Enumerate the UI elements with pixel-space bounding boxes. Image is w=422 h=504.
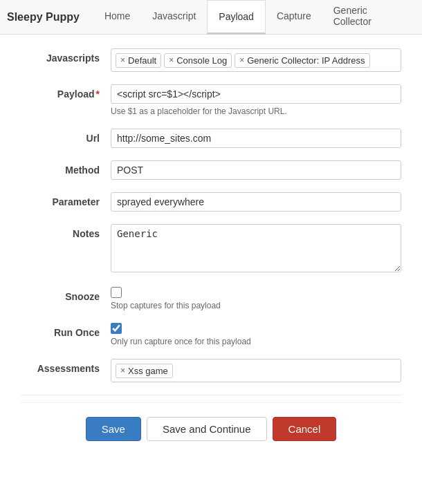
- javascripts-label: Javascripts: [21, 48, 111, 64]
- method-control: POST: [111, 160, 401, 180]
- run-once-hint: Only run capture once for this payload: [111, 337, 401, 346]
- payload-label-text: Payload: [57, 88, 95, 100]
- notes-control: Generic: [111, 224, 401, 274]
- assessments-tag-container[interactable]: × Xss game: [111, 359, 401, 382]
- nav-capture[interactable]: Capture: [266, 0, 322, 34]
- notes-input[interactable]: Generic: [111, 224, 401, 272]
- payload-required: *: [96, 88, 100, 100]
- form-divider: [21, 395, 401, 395]
- run-once-checkbox-wrap: [111, 323, 401, 334]
- tag-xss-game-label: Xss game: [128, 366, 168, 376]
- payload-row: Payload* <script src=$1></script> Use $1…: [21, 84, 401, 116]
- snooze-control: Stop captures for this payload: [111, 287, 401, 310]
- tag-default: × Default: [116, 53, 161, 68]
- button-row: Save Save and Continue Cancel: [21, 402, 401, 462]
- payload-input[interactable]: <script src=$1></script>: [111, 84, 401, 104]
- tag-default-remove[interactable]: ×: [120, 56, 125, 64]
- run-once-control: Only run capture once for this payload: [111, 323, 401, 346]
- main-form: Javascripts × Default × Console Log × Ge…: [0, 35, 422, 476]
- payload-label: Payload*: [21, 84, 111, 100]
- tag-default-label: Default: [128, 55, 156, 66]
- javascripts-tag-container[interactable]: × Default × Console Log × Generic Collec…: [111, 48, 401, 72]
- tag-console-log-label: Console Log: [176, 55, 227, 66]
- method-row: Method POST: [21, 160, 401, 180]
- run-once-row: Run Once Only run capture once for this …: [21, 323, 401, 346]
- assessments-row: Assessments × Xss game: [21, 359, 401, 382]
- nav-generic-collector[interactable]: Generic Collector: [322, 0, 415, 34]
- tag-xss-game-remove[interactable]: ×: [120, 366, 125, 375]
- payload-hint: Use $1 as a placeholder for the Javascri…: [111, 106, 401, 116]
- tag-generic-collector-remove[interactable]: ×: [239, 56, 244, 64]
- snooze-row: Snooze Stop captures for this payload: [21, 287, 401, 310]
- parameter-label: Parameter: [21, 192, 111, 207]
- cancel-button[interactable]: Cancel: [273, 417, 337, 441]
- snooze-label: Snooze: [21, 287, 111, 302]
- payload-control: <script src=$1></script> Use $1 as a pla…: [111, 84, 401, 116]
- navbar: Sleepy Puppy Home Javascript Payload Cap…: [0, 0, 422, 35]
- url-control: http://some_sites.com: [111, 129, 401, 148]
- url-input[interactable]: http://some_sites.com: [111, 129, 401, 148]
- snooze-checkbox-wrap: [111, 287, 401, 298]
- run-once-checkbox[interactable]: [111, 323, 122, 334]
- nav-home[interactable]: Home: [93, 0, 141, 34]
- javascripts-row: Javascripts × Default × Console Log × Ge…: [21, 48, 401, 72]
- snooze-checkbox[interactable]: [111, 287, 122, 298]
- tag-console-log-remove[interactable]: ×: [169, 56, 174, 64]
- notes-label: Notes: [21, 224, 111, 239]
- url-label: Url: [21, 129, 111, 144]
- nav-payload[interactable]: Payload: [207, 0, 266, 35]
- method-label: Method: [21, 160, 111, 176]
- parameter-control: sprayed everywhere: [111, 192, 401, 212]
- javascripts-control: × Default × Console Log × Generic Collec…: [111, 48, 401, 72]
- assessments-control: × Xss game: [111, 359, 401, 382]
- snooze-hint: Stop captures for this payload: [111, 301, 401, 310]
- notes-row: Notes Generic: [21, 224, 401, 274]
- tag-console-log: × Console Log: [164, 53, 232, 68]
- save-continue-button[interactable]: Save and Continue: [147, 417, 267, 441]
- nav-javascript[interactable]: Javascript: [141, 0, 207, 34]
- assessments-label: Assessments: [21, 359, 111, 374]
- url-row: Url http://some_sites.com: [21, 129, 401, 148]
- run-once-label: Run Once: [21, 323, 111, 338]
- tag-generic-collector-label: Generic Collector: IP Address: [247, 55, 365, 66]
- parameter-input[interactable]: sprayed everywhere: [111, 192, 401, 212]
- method-input[interactable]: POST: [111, 160, 401, 180]
- tag-xss-game: × Xss game: [116, 364, 173, 378]
- nav-items: Home Javascript Payload Capture Generic …: [93, 0, 415, 34]
- save-button[interactable]: Save: [86, 417, 141, 441]
- tag-generic-collector: × Generic Collector: IP Address: [235, 53, 369, 68]
- parameter-row: Parameter sprayed everywhere: [21, 192, 401, 212]
- brand-logo: Sleepy Puppy: [7, 11, 80, 24]
